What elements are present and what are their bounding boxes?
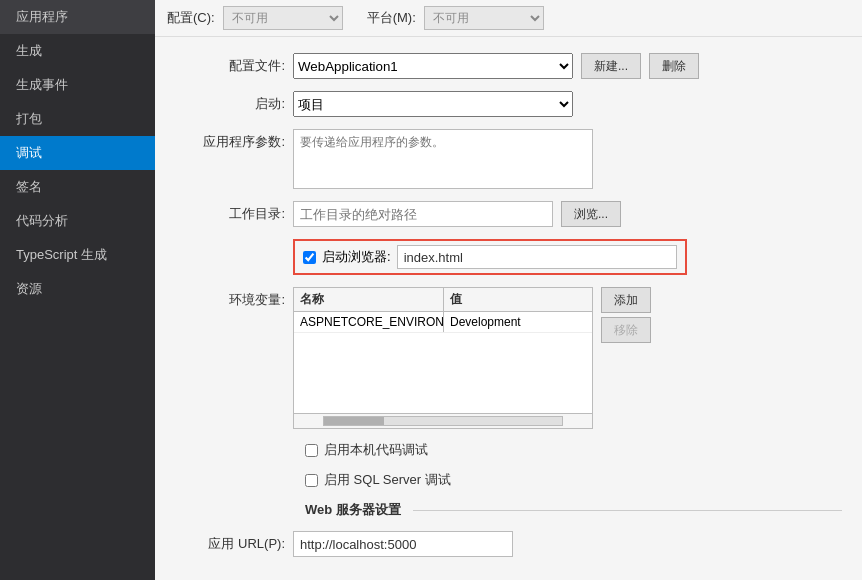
config-label: 配置(C): <box>167 9 215 27</box>
env-table-empty-space <box>294 333 592 413</box>
app-url-input[interactable] <box>293 531 513 557</box>
launch-select[interactable]: 项目 <box>293 91 573 117</box>
native-debug-label: 启用本机代码调试 <box>324 441 428 459</box>
params-control <box>293 129 842 189</box>
launch-browser-row: 启动浏览器: <box>175 239 842 275</box>
config-file-control: WebApplication1 新建... 删除 <box>293 53 842 79</box>
launch-row: 启动: 项目 <box>175 91 842 117</box>
main-panel: 配置(C): 不可用 平台(M): 不可用 配置文件: WebApplicati… <box>155 0 862 580</box>
add-env-button[interactable]: 添加 <box>601 287 651 313</box>
env-col-name: 名称 <box>294 288 444 311</box>
env-table: 名称 值 ASPNETCORE_ENVIRONMENT Development <box>293 287 593 429</box>
sidebar-item-build-events[interactable]: 生成事件 <box>0 68 155 102</box>
launch-browser-spacer <box>175 239 285 243</box>
workdir-control: 浏览... <box>293 201 842 227</box>
remove-env-button[interactable]: 移除 <box>601 317 651 343</box>
launch-label: 启动: <box>175 91 285 113</box>
table-row[interactable]: ASPNETCORE_ENVIRONMENT Development <box>294 312 592 333</box>
top-bar: 配置(C): 不可用 平台(M): 不可用 <box>155 0 862 37</box>
env-name-cell: ASPNETCORE_ENVIRONMENT <box>294 312 444 332</box>
sidebar-item-typescript[interactable]: TypeScript 生成 <box>0 238 155 272</box>
sql-debug-checkbox[interactable] <box>305 474 318 487</box>
launch-browser-wrapper: 启动浏览器: <box>293 239 687 275</box>
sidebar-item-code-analysis[interactable]: 代码分析 <box>0 204 155 238</box>
config-file-row: 配置文件: WebApplication1 新建... 删除 <box>175 53 842 79</box>
launch-browser-label: 启动浏览器: <box>322 248 391 266</box>
scrollbar-track[interactable] <box>323 416 563 426</box>
native-debug-checkbox[interactable] <box>305 444 318 457</box>
config-file-select[interactable]: WebApplication1 <box>293 53 573 79</box>
form-area: 配置文件: WebApplication1 新建... 删除 启动: 项目 应用… <box>155 37 862 573</box>
env-scrollbar-row <box>294 413 592 428</box>
params-textarea[interactable] <box>293 129 593 189</box>
sidebar-item-resources[interactable]: 资源 <box>0 272 155 306</box>
web-server-divider <box>413 510 842 511</box>
workdir-input[interactable] <box>293 201 553 227</box>
web-server-section: Web 服务器设置 <box>175 501 842 519</box>
platform-label: 平台(M): <box>367 9 416 27</box>
env-btn-group: 添加 移除 <box>601 287 651 343</box>
params-row: 应用程序参数: <box>175 129 842 189</box>
browse-button[interactable]: 浏览... <box>561 201 621 227</box>
sidebar-item-sign[interactable]: 签名 <box>0 170 155 204</box>
env-value-cell: Development <box>444 312 592 332</box>
sql-debug-label: 启用 SQL Server 调试 <box>324 471 451 489</box>
env-control: 名称 值 ASPNETCORE_ENVIRONMENT Development <box>293 287 842 429</box>
app-url-label: 应用 URL(P): <box>175 531 285 553</box>
native-debug-row: 启用本机代码调试 <box>285 441 842 459</box>
config-select[interactable]: 不可用 <box>223 6 343 30</box>
app-url-control <box>293 531 842 557</box>
launch-browser-checkbox[interactable] <box>303 251 316 264</box>
app-url-row: 应用 URL(P): <box>175 531 842 557</box>
workdir-label: 工作目录: <box>175 201 285 223</box>
workdir-row: 工作目录: 浏览... <box>175 201 842 227</box>
config-file-label: 配置文件: <box>175 53 285 75</box>
env-label: 环境变量: <box>175 287 285 309</box>
sidebar-item-app[interactable]: 应用程序 <box>0 0 155 34</box>
web-server-label: Web 服务器设置 <box>305 501 401 519</box>
launch-control: 项目 <box>293 91 842 117</box>
sidebar-item-package[interactable]: 打包 <box>0 102 155 136</box>
scrollbar-thumb <box>324 417 384 425</box>
delete-button[interactable]: 删除 <box>649 53 699 79</box>
env-table-header: 名称 值 <box>294 288 592 312</box>
sidebar-item-debug[interactable]: 调试 <box>0 136 155 170</box>
sql-debug-row: 启用 SQL Server 调试 <box>285 471 842 489</box>
sidebar: 应用程序 生成 生成事件 打包 调试 签名 代码分析 TypeScript 生成… <box>0 0 155 580</box>
platform-select[interactable]: 不可用 <box>424 6 544 30</box>
sidebar-item-build[interactable]: 生成 <box>0 34 155 68</box>
env-col-value: 值 <box>444 288 592 311</box>
new-button[interactable]: 新建... <box>581 53 641 79</box>
env-table-wrap: 名称 值 ASPNETCORE_ENVIRONMENT Development <box>293 287 651 429</box>
launch-browser-control: 启动浏览器: <box>293 239 842 275</box>
env-row: 环境变量: 名称 值 ASPNETCORE_ENVIRONMENT Develo… <box>175 287 842 429</box>
launch-browser-input[interactable] <box>397 245 677 269</box>
params-label: 应用程序参数: <box>175 129 285 151</box>
